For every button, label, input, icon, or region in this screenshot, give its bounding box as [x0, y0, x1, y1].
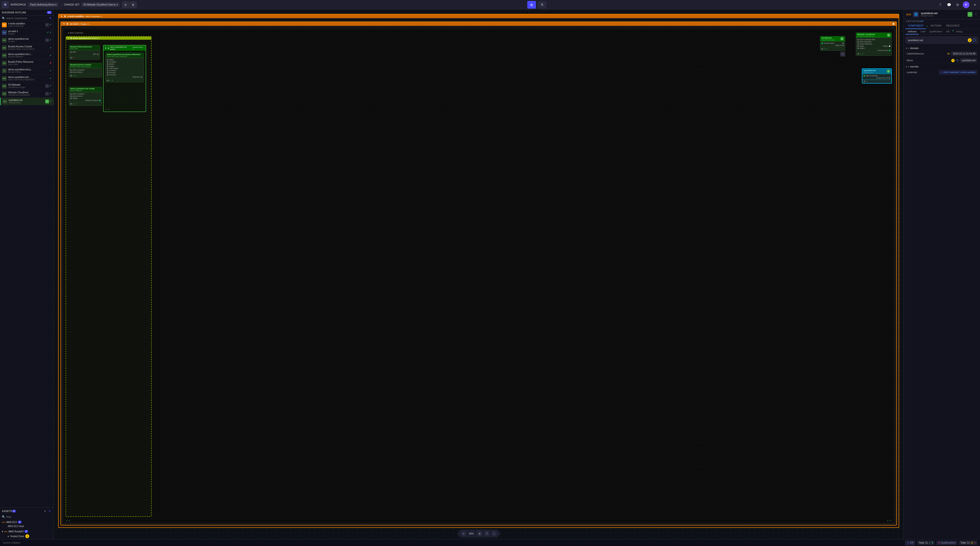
search-input[interactable] — [6, 17, 48, 20]
route53-group-name[interactable]: ▾ aws AWS Route53 1 — [2, 529, 52, 533]
demo-group: ▼ ⊞ demo.sysinitest.net Bucket: 4 Bucket… — [65, 36, 152, 517]
item-name: demo.sysinitest.net — [8, 38, 44, 40]
panel-more-button[interactable]: ⋮ — [974, 13, 978, 16]
attr-tab-diff[interactable]: Diff — [944, 29, 951, 34]
item-info: s-tools-sandbox AWS Credential — [8, 22, 44, 27]
assets-filter-icon[interactable]: ▼ — [48, 509, 52, 513]
aws-cred-port — [70, 69, 72, 71]
add-button[interactable]: + — [887, 70, 890, 73]
sysinitest-node[interactable]: sysinitest.net Hosted Zone + AWS Credent… — [862, 69, 892, 83]
lab-button[interactable]: ⚗ — [538, 1, 546, 9]
canvas-area[interactable]: ▼ ⊞ s-tools-sandbox AWS Credential: 1 ▼ … — [54, 10, 904, 539]
user-avatar[interactable]: P — [963, 2, 969, 8]
tab-resource[interactable]: RESOURCE — [943, 23, 962, 29]
arn-port-out — [97, 54, 99, 55]
node-header: sysinitest.net Hosted Zone + — [862, 69, 891, 74]
attr-tab-qualifications[interactable]: Qualifications — [928, 29, 944, 34]
port-label: AWS Credential — [866, 75, 878, 77]
panel-add-button[interactable]: + — [967, 12, 972, 17]
expand-icon[interactable]: ▼ — [105, 47, 107, 49]
zoom-in-button[interactable]: + — [477, 531, 482, 536]
workspace-selector[interactable]: Paul's Authoring Demo ▾ — [29, 3, 58, 7]
demo-name: demo.sysinitest.net — [73, 37, 91, 39]
port-row: ARN — [70, 51, 99, 53]
add-icon[interactable]: + — [45, 99, 49, 103]
add-icon[interactable]: + — [45, 23, 49, 27]
hosted-zone-item[interactable]: ▾ Hosted Zone 1 — [6, 533, 52, 539]
aws-icon: aws — [2, 61, 7, 65]
bucket-access-control-node[interactable]: Bucket Access Control Bucket Public Acce… — [69, 63, 102, 78]
tab-actions[interactable]: ACTIONS — [928, 23, 943, 29]
qualifications-button[interactable]: ✗ Qualifications — [937, 541, 957, 545]
help-icon[interactable]: ? — [484, 531, 490, 536]
add-icon[interactable]: + — [45, 84, 49, 88]
item-actions: ✓ — [49, 77, 52, 80]
attr-tab-code[interactable]: Code — [918, 29, 928, 34]
add-button[interactable]: + — [887, 34, 890, 37]
changeset-selector[interactable]: S3 Website Cloudfront How-to ▾ — [82, 3, 119, 7]
settings-button[interactable]: ⚙ — [954, 2, 961, 8]
zoom-out-button[interactable]: − — [461, 531, 466, 536]
delete-button[interactable]: 🗑 — [130, 2, 137, 8]
filter-icon[interactable]: ▼ — [49, 16, 52, 20]
component-search-bar: 🔍 ▼ — [0, 16, 54, 21]
sidebar-item-demo-p[interactable]: ⊞ demo.sysinitest.net p... Bucket Policy… — [0, 67, 54, 75]
aws-icon: aws — [2, 91, 7, 96]
item-type: Bucket — [8, 40, 44, 43]
diagram-button[interactable]: ⊕ — [527, 1, 536, 9]
sidebar-item-bucket-policy[interactable]: aws Bucket Policy Resource AWS ARN ✗ — [0, 59, 54, 67]
diff-button[interactable]: 〜 Diff — [905, 541, 915, 545]
help-button[interactable]: ? — [937, 2, 943, 8]
item-type: Hosted Zone — [9, 101, 44, 104]
sidebar-item-s3-website[interactable]: aws S3-Website CloudFront Origin + ✓ — [0, 82, 54, 90]
sidebar-item-demo-iam[interactable]: aws demo.sysinitest.net ... AWS IAM Poli… — [0, 75, 54, 82]
item-actions: ✓ — [49, 46, 52, 49]
policy-statement-node[interactable]: demo.sysinitest.net policy statement AWS… — [105, 53, 144, 82]
panel-search-input[interactable] — [908, 39, 968, 42]
website-cloudfront-node[interactable]: Website Cloudfront CloudFront Distributi… — [856, 32, 892, 56]
sidebar-item-sysinitest[interactable]: aws sysinitest.net Hosted Zone + ✓ — [0, 97, 54, 105]
assets-close-icon[interactable]: ✕ — [43, 509, 47, 513]
sidebar-item-demo-c[interactable]: aws demo.sysinitest.net c... Bucket Webs… — [0, 52, 54, 59]
sidebar-item-demo-sysinitest[interactable]: aws demo.sysinitest.net Bucket + ✓ — [0, 37, 54, 44]
add-icon[interactable]: + — [45, 92, 49, 96]
sidebar-item-cloudfront[interactable]: aws Website Cloudfront CloudFront Distri… — [0, 90, 54, 97]
expand-icon[interactable]: ▼ — [67, 37, 69, 39]
s3-website-node[interactable]: S3-Website CloudFront Origin + Domain Na… — [820, 36, 845, 51]
ec2-group-name[interactable]: aws AWS EC2 1 — [2, 520, 52, 524]
tab-component[interactable]: COMPONENT — [906, 23, 926, 29]
port-label: AWS Credential — [72, 69, 84, 71]
node-footer: ⚙ ✓ — [862, 80, 891, 83]
3d-view-button[interactable]: ⬡ — [973, 38, 976, 42]
download-icon[interactable]: ↓ — [492, 531, 497, 536]
bucket-policy-resource-node[interactable]: Bucket Policy Resource AWS ARN ARN — [69, 45, 100, 59]
ec2-host-item[interactable]: AWS EC2 Host — [6, 524, 52, 528]
collapse-icon[interactable]: ▼ — [63, 23, 65, 25]
check-icon: ✓ — [866, 80, 868, 83]
add-button[interactable]: + — [840, 37, 844, 40]
changeset-chevron-icon: ▾ — [116, 3, 118, 6]
assets-search-input[interactable] — [6, 516, 52, 518]
sidebar-item-s-tools[interactable]: aws s-tools-sandbox AWS Credential + ✓ — [0, 21, 54, 29]
sidebar-item-us-east[interactable]: aws us-east-1 Region ✓ ✓ — [0, 29, 54, 37]
discord-button[interactable]: 💬 — [945, 2, 952, 8]
demo-config-node[interactable]: demo.sysinitest.net config Bucket Websit… — [69, 87, 102, 106]
region-port — [70, 97, 72, 99]
attr-tab-debug[interactable]: Debug — [954, 29, 964, 34]
secrets-section-header[interactable]: ▾ ≡ secrets — [906, 64, 978, 69]
node-header: Bucket Access Control Bucket Public Acce… — [69, 63, 102, 68]
merge-button[interactable]: ⊞ — [122, 2, 129, 8]
item-info: Bucket Policy Resource AWS ARN — [8, 61, 48, 65]
collapse-icon[interactable]: ▼ — [60, 15, 63, 18]
group-footer: ✓ ✓ — [105, 109, 110, 110]
attr-tab-add-icon[interactable]: + — [952, 29, 954, 34]
attr-tab-attributes[interactable]: Attributes — [906, 29, 918, 34]
sidebar-item-bucket-access[interactable]: aws Bucket Access Control Bucket Public … — [0, 44, 54, 52]
item-actions: + ✓ — [45, 99, 52, 103]
user-menu-chevron[interactable]: ▾ — [971, 2, 978, 8]
add-icon[interactable]: + — [45, 38, 49, 42]
domain-section-header[interactable]: ▾ ≡ domain — [906, 45, 978, 51]
app-logo: SI — [2, 2, 9, 8]
check-icon: ✓ — [887, 519, 889, 522]
status-check-icon: ✓ — [49, 84, 52, 88]
